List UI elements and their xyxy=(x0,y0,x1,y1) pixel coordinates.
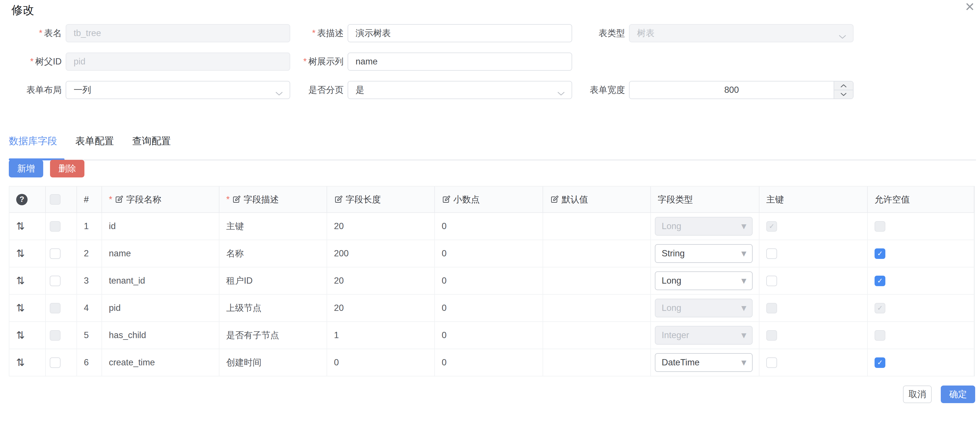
field-desc-cell-text: 是否有子节点 xyxy=(226,329,279,341)
primary-key-checkbox: ✓ xyxy=(766,303,777,313)
field-length-cell: 20 xyxy=(327,295,435,321)
drag-sort-icon[interactable]: ⇅ xyxy=(16,276,25,286)
form-width-stepper xyxy=(629,81,854,99)
field-type-cell: Long▼ xyxy=(651,295,759,321)
required-mark: * xyxy=(30,57,33,67)
field-desc-cell: 名称 xyxy=(220,240,327,267)
drag-sort-icon[interactable]: ⇅ xyxy=(16,303,25,313)
field-desc-cell: 是否有子节点 xyxy=(220,322,327,349)
tab-form-config[interactable]: 表单配置 xyxy=(75,135,114,147)
confirm-button[interactable]: 确定 xyxy=(941,385,975,403)
drag-sort-icon[interactable]: ⇅ xyxy=(16,221,25,232)
primary-key-checkbox[interactable]: ✓ xyxy=(766,248,777,259)
form-layout-select[interactable]: 一列 xyxy=(66,81,290,99)
nullable-checkbox[interactable]: ✓ xyxy=(875,357,885,368)
nullable-checkbox: ✓ xyxy=(875,221,885,232)
field-desc-cell-text: 名称 xyxy=(226,247,244,260)
delete-field-button[interactable]: 删除 xyxy=(50,160,84,178)
primary-key-checkbox[interactable]: ✓ xyxy=(766,276,777,286)
check-mark-icon: ✓ xyxy=(52,304,58,311)
nullable-cell: ✓ xyxy=(868,240,974,267)
required-mark: * xyxy=(226,195,230,205)
decrement-button[interactable] xyxy=(834,90,853,98)
tab-query-config[interactable]: 查询配置 xyxy=(132,135,171,147)
field-type-cell: Long▼ xyxy=(651,213,759,239)
field-length-cell-text: 20 xyxy=(334,276,344,286)
chevron-down-icon xyxy=(275,88,283,98)
drag-sort-icon[interactable]: ⇅ xyxy=(16,248,25,258)
header-label: 主键 xyxy=(766,193,784,206)
table-name-label-text: 表名 xyxy=(44,27,62,39)
header-label: # xyxy=(84,195,89,205)
tree-display-column-input[interactable] xyxy=(348,52,572,71)
form-width-input[interactable] xyxy=(630,81,834,99)
field-type-select[interactable]: String▼ xyxy=(655,244,752,263)
stepper-controls xyxy=(834,81,853,98)
row-select-checkbox[interactable]: ✓ xyxy=(50,248,60,259)
check-mark-icon: ✓ xyxy=(52,359,58,366)
table-description-input[interactable] xyxy=(348,24,572,42)
drag-sort-icon[interactable]: ⇅ xyxy=(16,357,25,368)
row-select-checkbox[interactable]: ✓ xyxy=(50,276,60,286)
field-type-select[interactable]: DateTime▼ xyxy=(655,353,752,372)
header-label: 字段类型 xyxy=(658,193,693,206)
row-select-cell: ✓ xyxy=(46,349,77,376)
table-row: ⇅✓2name名称2000String▼✓✓ xyxy=(10,240,974,267)
add-field-button[interactable]: 新增 xyxy=(9,160,43,178)
header-cell: ? xyxy=(10,187,46,212)
check-mark-icon: ✓ xyxy=(877,250,883,257)
decimal-point-cell-text: 0 xyxy=(442,221,447,232)
default-value-cell xyxy=(543,267,651,294)
header-cell: 允许空值 xyxy=(868,187,974,212)
table-row: ⇅✓4pid上级节点200Long▼✓✓ xyxy=(10,295,974,322)
nullable-checkbox[interactable]: ✓ xyxy=(875,248,885,259)
tree-parent-id-label-text: 树父ID xyxy=(35,56,62,68)
check-mark-icon: ✓ xyxy=(769,332,775,339)
decimal-point-cell: 0 xyxy=(435,322,543,349)
table-row: ⇅✓6create_time创建时间00DateTime▼✓✓ xyxy=(10,349,974,376)
field-desc-cell-text: 上级节点 xyxy=(226,302,261,314)
field-type-select: Long▼ xyxy=(655,299,752,317)
primary-key-cell: ✓ xyxy=(759,322,868,349)
row-select-cell: ✓ xyxy=(46,322,77,349)
close-icon[interactable]: × xyxy=(962,0,978,14)
nullable-checkbox[interactable]: ✓ xyxy=(875,276,885,286)
select-all-checkbox: ✓ xyxy=(50,194,60,205)
primary-key-checkbox: ✓ xyxy=(766,221,777,232)
drag-sort-icon[interactable]: ⇅ xyxy=(16,330,25,340)
decimal-point-cell-text: 0 xyxy=(442,276,447,286)
nullable-cell: ✓ xyxy=(868,213,974,239)
field-name-cell-text: has_child xyxy=(109,330,146,340)
header-cell: 字段类型 xyxy=(651,187,759,212)
default-value-cell xyxy=(543,295,651,321)
row-index-cell-text: 4 xyxy=(84,303,89,313)
field-desc-cell-text: 创建时间 xyxy=(226,357,261,368)
header-label: 允许空值 xyxy=(875,193,910,206)
field-name-cell: has_child xyxy=(102,322,220,349)
field-name-cell: pid xyxy=(102,295,220,321)
primary-key-cell: ✓ xyxy=(759,213,868,239)
check-mark-icon: ✓ xyxy=(52,223,58,230)
field-type-value: String xyxy=(662,248,685,258)
help-icon[interactable]: ? xyxy=(16,194,27,205)
pagination-enabled-field: 是否分页是 xyxy=(298,81,572,99)
tree-display-column-label: *树展示列 xyxy=(298,56,348,68)
field-type-select: Long▼ xyxy=(655,217,752,236)
field-name-cell-text: pid xyxy=(109,303,121,313)
field-type-cell: Integer▼ xyxy=(651,322,759,349)
table-type-field: 表类型树表 xyxy=(580,24,854,42)
form-layout-label-text: 表单布局 xyxy=(26,84,62,96)
dialog-title: 修改 xyxy=(11,2,34,18)
field-length-cell: 20 xyxy=(327,267,435,294)
header-cell: *字段描述 xyxy=(220,187,327,212)
cancel-button[interactable]: 取消 xyxy=(903,385,932,403)
tab-database-fields[interactable]: 数据库字段 xyxy=(9,135,57,147)
primary-key-checkbox[interactable]: ✓ xyxy=(766,357,777,368)
increment-button[interactable] xyxy=(834,81,853,90)
pagination-enabled-select[interactable]: 是 xyxy=(348,81,572,99)
check-mark-icon: ✓ xyxy=(52,250,58,257)
nullable-cell: ✓ xyxy=(868,349,974,376)
row-select-checkbox[interactable]: ✓ xyxy=(50,357,60,368)
edit-column-icon xyxy=(334,195,343,204)
field-type-select[interactable]: Long▼ xyxy=(655,271,752,290)
